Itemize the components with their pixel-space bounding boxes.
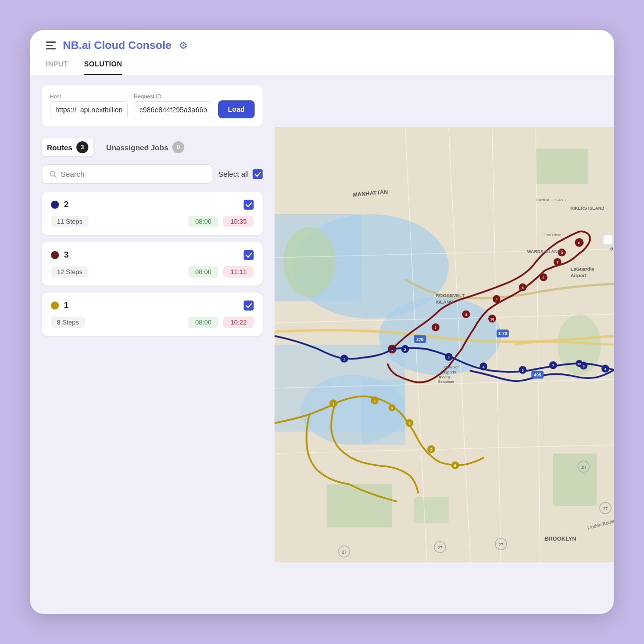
svg-text:3: 3 (448, 355, 450, 359)
svg-text:RANDALL'S AND: RANDALL'S AND (536, 198, 566, 202)
search-input[interactable] (61, 170, 205, 178)
svg-text:1⃝78: 1⃝78 (498, 331, 507, 336)
svg-text:RIKERS ISLAND: RIKERS ISLAND (571, 206, 605, 211)
route-tabs: Routes 3 Unassigned Jobs 0 (42, 138, 263, 156)
svg-text:Seaplane: Seaplane (438, 379, 454, 384)
svg-text:3: 3 (465, 313, 467, 317)
svg-text:Skyports: Skyports (441, 370, 456, 374)
app-container: NB.ai Cloud Console ⚙ INPUT SOLUTION Hos… (30, 30, 614, 614)
routes-badge: 3 (76, 141, 88, 153)
svg-text:27: 27 (498, 542, 503, 547)
logo-text: NB.ai Cloud Console (63, 39, 172, 52)
route-3-body: 12 Steps 08:00 11:11 (51, 266, 254, 278)
route-2-end-time: 10:35 (223, 216, 254, 227)
svg-text:278: 278 (416, 337, 424, 342)
request-id-input[interactable] (134, 101, 212, 118)
search-row: Select all (42, 164, 263, 184)
header-top: NB.ai Cloud Console ⚙ (46, 39, 598, 52)
svg-point-9 (283, 227, 335, 297)
svg-text:68: 68 (578, 362, 581, 365)
svg-text:5: 5 (522, 369, 524, 372)
select-all-label: Select all (218, 170, 249, 178)
route-3-dot (51, 251, 59, 259)
route-3-end-time: 11:11 (223, 266, 254, 278)
svg-rect-13 (414, 497, 449, 523)
svg-rect-10 (536, 149, 588, 184)
svg-text:4: 4 (605, 367, 607, 371)
svg-text:6: 6 (454, 464, 456, 467)
host-label: Host (50, 93, 128, 99)
tab-solution[interactable]: SOLUTION (84, 60, 122, 75)
route-2-dot (51, 201, 59, 209)
logo-icon: ⚙ (179, 39, 188, 51)
svg-text:5: 5 (522, 286, 524, 290)
route-1-dot (51, 302, 59, 310)
svg-text:LaGuardia: LaGuardia (571, 266, 595, 272)
svg-text:5: 5 (430, 448, 432, 451)
svg-text:4: 4 (496, 298, 498, 301)
routes-tab-label: Routes (47, 143, 72, 152)
svg-line-1 (54, 175, 56, 177)
route-1-end-time: 10:22 (223, 317, 254, 328)
route-3-start-time: 08:00 (188, 266, 219, 278)
svg-text:ISLAND: ISLAND (436, 299, 454, 305)
svg-rect-12 (327, 484, 392, 527)
route-card-1: 1 8 Steps 08:00 10:22 (42, 293, 263, 336)
route-3-steps: 12 Steps (51, 266, 88, 278)
svg-rect-105 (603, 235, 613, 245)
route-2-checkbox[interactable] (244, 200, 254, 210)
route-2-label: 2 (51, 200, 68, 210)
svg-text:27: 27 (342, 550, 347, 555)
route-1-label: 1 (51, 301, 68, 311)
header: NB.ai Cloud Console ⚙ INPUT SOLUTION (30, 30, 614, 75)
main-content: Host Request ID Load Routes 3 Unassigned… (30, 75, 614, 614)
route-tab-unassigned[interactable]: Unassigned Jobs 0 (101, 138, 189, 156)
route-card-3-header: 3 (51, 250, 254, 260)
svg-text:27: 27 (603, 506, 608, 511)
route-tab-routes[interactable]: Routes 3 (42, 138, 93, 156)
request-id-label: Request ID (134, 93, 212, 99)
svg-text:1: 1 (343, 357, 345, 361)
svg-text:6: 6 (543, 276, 545, 280)
svg-text:27: 27 (437, 545, 442, 550)
select-all-group: Select all (218, 169, 263, 179)
tabs: INPUT SOLUTION (46, 60, 598, 75)
svg-text:2: 2 (404, 348, 406, 351)
svg-text:8: 8 (578, 241, 581, 245)
svg-text:JR: JR (581, 465, 587, 470)
tab-input[interactable]: INPUT (46, 60, 68, 75)
svg-text:Fox Drive: Fox Drive (545, 233, 562, 237)
route-3-checkbox[interactable] (244, 250, 254, 260)
route-card-3: 3 12 Steps 08:00 11:11 (42, 242, 263, 286)
route-2-start-time: 08:00 (188, 216, 219, 227)
svg-rect-11 (553, 453, 597, 506)
svg-text:Incorp: Incorp (439, 375, 450, 379)
select-all-checkbox[interactable] (253, 169, 263, 179)
svg-text:New Yor: New Yor (444, 365, 459, 369)
svg-text:10: 10 (490, 318, 494, 321)
svg-text:1: 1 (332, 402, 334, 406)
load-button[interactable]: Load (218, 100, 255, 118)
hamburger-menu-icon[interactable] (46, 41, 56, 49)
map-area[interactable]: 1 2 3 4 5 6 7 8 9 (275, 75, 614, 614)
route-card-2: 2 11 Steps 08:00 10:35 (42, 192, 263, 235)
left-panel: Host Request ID Load Routes 3 Unassigned… (30, 75, 275, 614)
svg-text:2: 2 (435, 326, 437, 329)
route-card-1-header: 1 (51, 301, 254, 311)
route-1-number: 1 (64, 301, 68, 311)
route-3-number: 3 (64, 250, 68, 260)
route-card-2-header: 2 (51, 200, 254, 210)
host-input[interactable] (50, 101, 128, 118)
route-2-body: 11 Steps 08:00 10:35 (51, 216, 254, 227)
svg-text:ROOSEVELT: ROOSEVELT (436, 293, 465, 298)
route-1-steps: 8 Steps (51, 317, 85, 328)
route-1-checkbox[interactable] (244, 301, 254, 311)
svg-text:4: 4 (408, 422, 410, 425)
svg-text:BROOKLYN: BROOKLYN (545, 536, 577, 542)
svg-text:4: 4 (483, 365, 485, 369)
search-box[interactable] (42, 164, 212, 184)
inputs-row: Host Request ID Load (42, 85, 263, 126)
route-3-label: 3 (51, 250, 68, 260)
svg-text:Airport: Airport (571, 273, 587, 278)
request-id-field-group: Request ID (134, 93, 212, 118)
